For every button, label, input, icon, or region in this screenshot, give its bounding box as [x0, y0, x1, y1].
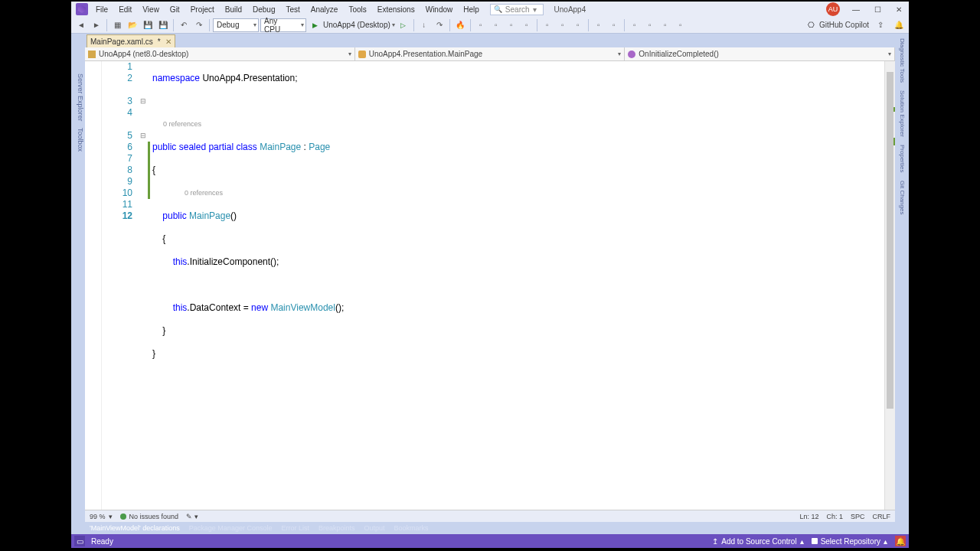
fold-toggle-icon[interactable]: ⊟: [139, 96, 148, 107]
menu-view[interactable]: View: [138, 4, 164, 15]
search-icon: 🔍: [494, 5, 502, 13]
tb-btn-m[interactable]: ▫: [674, 18, 688, 32]
caret-char: Ch: 1: [826, 513, 843, 520]
tb-btn-c[interactable]: ▫: [505, 18, 518, 32]
issues-indicator[interactable]: No issues found: [120, 513, 179, 520]
menu-file[interactable]: File: [91, 4, 113, 15]
tb-btn-k[interactable]: ▫: [643, 18, 657, 32]
method-icon: [628, 51, 635, 58]
bottom-tool-tabs: 'MainViewModel' declarations Package Man…: [85, 522, 895, 534]
hot-reload-button[interactable]: 🔥: [453, 18, 467, 32]
document-tab-close-icon[interactable]: ✕: [165, 37, 172, 46]
menu-help[interactable]: Help: [459, 4, 484, 15]
code-content[interactable]: namespace UnoApp4.Presentation; 0 refere…: [151, 61, 884, 510]
rail-properties[interactable]: Properties: [899, 142, 906, 175]
copilot-label[interactable]: GitHub Copilot: [819, 21, 869, 29]
open-file-button[interactable]: 📂: [126, 18, 139, 32]
line-endings[interactable]: CRLF: [872, 513, 890, 520]
tb-btn-i[interactable]: ▫: [607, 18, 621, 32]
bottab-breakpoints[interactable]: Breakpoints: [318, 524, 355, 532]
codelens[interactable]: 0 references: [152, 119, 884, 130]
nav-back-button[interactable]: ◄: [74, 18, 88, 32]
notifications-button[interactable]: 🔔: [892, 18, 906, 32]
step-into-button[interactable]: ↓: [417, 18, 431, 32]
menu-window[interactable]: Window: [421, 4, 458, 15]
menu-git[interactable]: Git: [165, 4, 185, 15]
tb-btn-g[interactable]: ▫: [571, 18, 585, 32]
redo-button[interactable]: ↷: [192, 18, 206, 32]
nav-project-dropdown[interactable]: UnoApp4 (net8.0-desktop): [85, 47, 355, 60]
bottab-output[interactable]: Output: [364, 524, 384, 532]
menu-debug[interactable]: Debug: [248, 4, 279, 15]
status-ready: Ready: [91, 537, 113, 546]
share-button[interactable]: ⇪: [874, 18, 887, 32]
search-placeholder: Search: [505, 5, 530, 14]
nav-fwd-button[interactable]: ►: [90, 18, 103, 32]
tb-btn-f[interactable]: ▫: [556, 18, 570, 32]
tb-btn-h[interactable]: ▫: [592, 18, 606, 32]
menu-project[interactable]: Project: [186, 4, 219, 15]
menu-build[interactable]: Build: [220, 4, 247, 15]
rail-server-explorer[interactable]: Server Explorer: [72, 72, 84, 123]
zoom-control[interactable]: 99 %▾: [90, 513, 113, 520]
platform-dropdown[interactable]: Any CPU: [260, 18, 306, 32]
notifications-icon[interactable]: 🔔: [895, 536, 906, 546]
repo-icon: [812, 538, 818, 544]
bottab-pmc[interactable]: Package Manager Console: [189, 524, 273, 532]
step-over-button[interactable]: ↷: [433, 18, 446, 32]
undo-button[interactable]: ↶: [177, 18, 191, 32]
indent-mode[interactable]: SPC: [851, 513, 865, 520]
main-menu: File Edit View Git Project Build Debug T…: [91, 4, 484, 15]
rail-solution-explorer[interactable]: Solution Explorer: [899, 87, 906, 140]
nav-member-label: OnInitializeCompleted(): [639, 50, 719, 58]
select-repo-button[interactable]: Select Repository ▴: [812, 537, 887, 546]
minimize-button[interactable]: —: [846, 2, 866, 17]
status-icon[interactable]: ▭: [74, 536, 85, 546]
close-button[interactable]: ✕: [889, 2, 909, 17]
menu-edit[interactable]: Edit: [114, 4, 136, 15]
user-avatar[interactable]: AU: [826, 2, 840, 16]
menu-test[interactable]: Test: [281, 4, 304, 15]
start-debug-button[interactable]: ▶: [308, 18, 322, 32]
copilot-icon[interactable]: ⎔: [808, 21, 815, 29]
run-target-label[interactable]: UnoApp4 (Desktop): [323, 21, 390, 29]
bottab-declarations[interactable]: 'MainViewModel' declarations: [90, 524, 180, 532]
config-dropdown[interactable]: Debug: [213, 18, 259, 32]
start-nodebug-button[interactable]: ▷: [397, 18, 410, 32]
code-editor[interactable]: 1 2 3 4 5 6 7 8 9 10 11 12 ⊟: [85, 61, 895, 510]
document-tab-mainpage[interactable]: MainPage.xaml.cs * ✕: [87, 34, 175, 47]
codelens[interactable]: 0 references: [152, 187, 884, 199]
editor-status-bar: 99 %▾ No issues found ✎ ▾ Ln: 12 Ch: 1 S…: [85, 510, 895, 522]
tb-btn-e[interactable]: ▫: [541, 18, 554, 32]
bottab-bookmarks[interactable]: Bookmarks: [394, 524, 429, 532]
rail-diagnostics[interactable]: Diagnostic Tools: [899, 35, 906, 86]
pen-icon[interactable]: ✎ ▾: [186, 513, 198, 520]
bottab-errorlist[interactable]: Error List: [281, 524, 309, 532]
save-button[interactable]: 💾: [141, 18, 155, 32]
rail-toolbox[interactable]: Toolbox: [72, 126, 84, 153]
project-icon: [88, 51, 96, 58]
menu-extensions[interactable]: Extensions: [373, 4, 420, 15]
scrollbar-thumb[interactable]: [887, 72, 893, 409]
run-target-chevron-icon[interactable]: ▾: [392, 21, 395, 28]
vertical-scrollbar[interactable]: [884, 61, 895, 510]
nav-class-label: UnoApp4.Presentation.MainPage: [369, 50, 482, 58]
menu-tools[interactable]: Tools: [344, 4, 371, 15]
document-tab-dirty-icon: *: [158, 37, 161, 46]
tb-btn-b[interactable]: ▫: [489, 18, 503, 32]
tb-btn-d[interactable]: ▫: [520, 18, 534, 32]
save-all-button[interactable]: 💾: [156, 18, 170, 32]
add-source-control-button[interactable]: ↥ Add to Source Control ▴: [712, 537, 803, 546]
rail-git-changes[interactable]: Git Changes: [899, 178, 906, 217]
tb-btn-a[interactable]: ▫: [474, 18, 488, 32]
tb-btn-l[interactable]: ▫: [658, 18, 672, 32]
search-chevron-icon: ▾: [533, 5, 537, 14]
maximize-button[interactable]: ☐: [867, 2, 887, 17]
nav-class-dropdown[interactable]: UnoApp4.Presentation.MainPage: [355, 47, 626, 60]
fold-toggle-icon[interactable]: ⊟: [139, 130, 148, 142]
new-project-button[interactable]: ▦: [110, 18, 124, 32]
menu-analyze[interactable]: Analyze: [306, 4, 343, 15]
nav-member-dropdown[interactable]: OnInitializeCompleted(): [625, 47, 895, 60]
search-box[interactable]: 🔍 Search ▾: [490, 4, 544, 15]
tb-btn-j[interactable]: ▫: [628, 18, 642, 32]
